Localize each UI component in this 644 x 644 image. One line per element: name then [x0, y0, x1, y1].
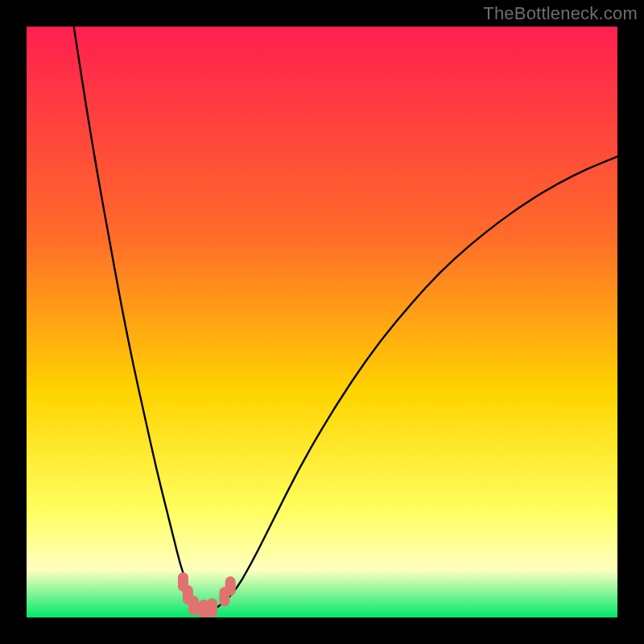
watermark: TheBottleneck.com	[483, 3, 638, 24]
curve-marker	[207, 598, 217, 617]
chart-canvas	[27, 27, 617, 617]
curve-marker	[188, 596, 199, 615]
bottleneck-chart	[27, 27, 617, 617]
gradient-background	[27, 27, 617, 617]
curve-marker	[225, 576, 236, 596]
